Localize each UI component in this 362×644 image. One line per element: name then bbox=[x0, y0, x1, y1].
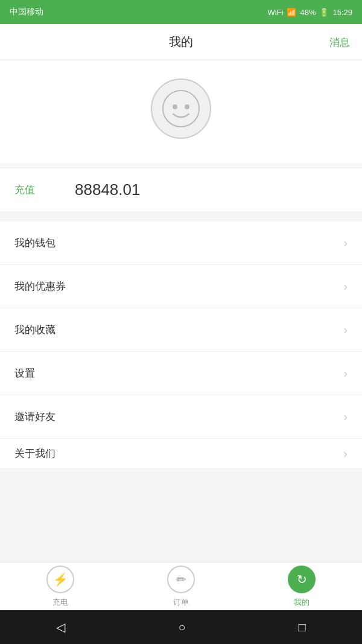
svg-point-0 bbox=[163, 91, 199, 127]
android-bar: ◁ ○ □ bbox=[0, 610, 362, 644]
section-gap bbox=[0, 217, 362, 222]
arrow-icon-about: › bbox=[343, 447, 348, 461]
charge-icon-circle: ⚡ bbox=[46, 566, 74, 593]
svg-point-1 bbox=[173, 104, 177, 109]
arrow-icon-invite: › bbox=[343, 410, 348, 424]
menu-label-favorites: 我的收藏 bbox=[14, 323, 56, 337]
nav-item-mine[interactable]: ↻ 我的 bbox=[241, 563, 362, 610]
nav-label-charge: 充电 bbox=[52, 597, 68, 608]
menu-list: 我的钱包 › 我的优惠券 › 我的收藏 › 设置 › 邀请好友 › 关于我们 › bbox=[0, 222, 362, 469]
menu-item-settings[interactable]: 设置 › bbox=[0, 352, 362, 395]
carrier-label: 中国移动 bbox=[10, 7, 43, 18]
back-button[interactable]: ◁ bbox=[56, 620, 65, 634]
wifi-icon: WiFi bbox=[267, 8, 283, 17]
status-bar: 中国移动 WiFi 📶 48% 🔋 15:29 bbox=[0, 0, 362, 24]
arrow-icon-wallet: › bbox=[343, 236, 348, 250]
nav-item-order[interactable]: ✏ 订单 bbox=[121, 563, 241, 610]
arrow-icon-settings: › bbox=[343, 366, 348, 380]
bottom-nav: ⚡ 充电 ✏ 订单 ↻ 我的 bbox=[0, 562, 362, 610]
mine-icon: ↻ bbox=[297, 572, 307, 587]
menu-label-coupon: 我的优惠券 bbox=[14, 279, 66, 293]
menu-item-invite[interactable]: 邀请好友 › bbox=[0, 395, 362, 439]
avatar[interactable] bbox=[151, 78, 211, 139]
mine-icon-circle: ↻ bbox=[288, 566, 316, 593]
status-bar-right: WiFi 📶 48% 🔋 15:29 bbox=[267, 8, 352, 17]
header: 我的 消息 bbox=[0, 24, 362, 60]
battery-label: 48% bbox=[300, 8, 316, 17]
arrow-icon-coupon: › bbox=[343, 279, 348, 293]
recharge-label[interactable]: 充值 bbox=[14, 183, 51, 197]
time-label: 15:29 bbox=[332, 8, 352, 17]
nav-item-charge[interactable]: ⚡ 充电 bbox=[0, 563, 121, 610]
balance-section: 充值 88848.01 bbox=[0, 168, 362, 212]
menu-item-coupon[interactable]: 我的优惠券 › bbox=[0, 265, 362, 308]
nav-label-mine: 我的 bbox=[294, 597, 310, 608]
nav-label-order: 订单 bbox=[173, 597, 189, 608]
signal-icon: 📶 bbox=[287, 8, 296, 17]
menu-label-settings: 设置 bbox=[14, 366, 35, 380]
battery-icon: 🔋 bbox=[319, 8, 329, 17]
avatar-icon bbox=[160, 88, 202, 130]
menu-item-wallet[interactable]: 我的钱包 › bbox=[0, 222, 362, 265]
home-button[interactable]: ○ bbox=[178, 620, 185, 634]
order-icon-circle: ✏ bbox=[167, 566, 195, 593]
svg-point-2 bbox=[185, 104, 189, 109]
menu-item-favorites[interactable]: 我的收藏 › bbox=[0, 308, 362, 352]
recent-button[interactable]: □ bbox=[298, 620, 305, 634]
profile-section bbox=[0, 60, 362, 163]
menu-label-about: 关于我们 bbox=[14, 447, 56, 461]
balance-amount: 88848.01 bbox=[75, 180, 140, 199]
messages-button[interactable]: 消息 bbox=[329, 35, 350, 49]
menu-label-wallet: 我的钱包 bbox=[14, 236, 56, 250]
page-title: 我的 bbox=[169, 34, 193, 50]
arrow-icon-favorites: › bbox=[343, 323, 348, 337]
charge-icon: ⚡ bbox=[53, 572, 68, 587]
order-icon: ✏ bbox=[176, 572, 186, 587]
menu-label-invite: 邀请好友 bbox=[14, 410, 56, 424]
menu-item-about[interactable]: 关于我们 › bbox=[0, 439, 362, 469]
